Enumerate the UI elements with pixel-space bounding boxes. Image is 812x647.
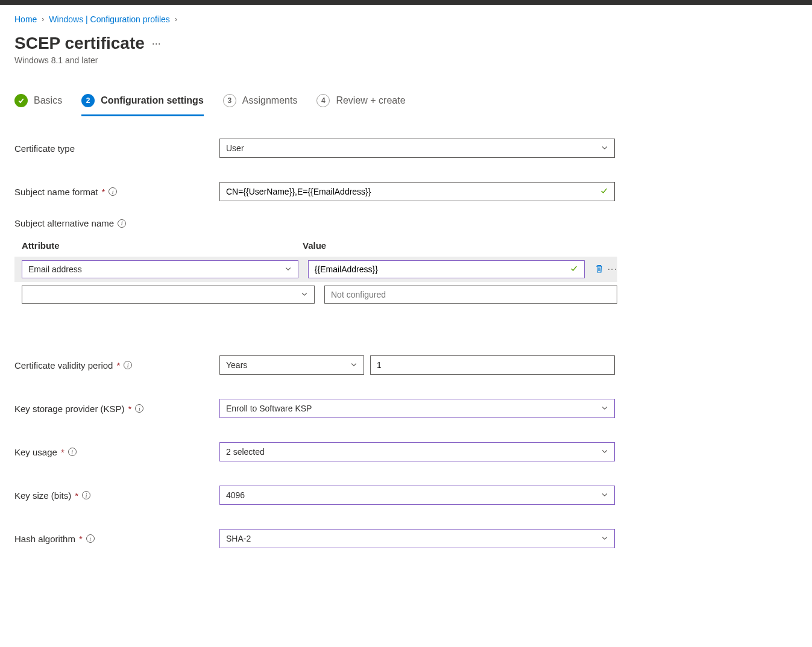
step-label: Configuration settings (101, 95, 204, 106)
required-indicator: * (101, 187, 105, 197)
required-indicator: * (75, 490, 78, 501)
page-title: SCEP certificate (14, 34, 145, 53)
select-value: SHA-2 (226, 534, 251, 543)
san-value-input[interactable] (315, 264, 578, 274)
select-value: Email address (28, 264, 82, 274)
chevron-down-icon (601, 404, 608, 413)
select-value: Enroll to Software KSP (226, 404, 312, 413)
wizard-stepper: Basics 2 Configuration settings 3 Assign… (14, 94, 798, 117)
validity-value-input-wrap (370, 355, 615, 375)
window-top-bar (0, 0, 812, 5)
info-icon[interactable]: i (68, 448, 77, 456)
chevron-down-icon (601, 447, 608, 457)
san-label: Subject alternative name (14, 218, 114, 228)
select-value: 2 selected (226, 447, 265, 457)
chevron-down-icon (301, 290, 308, 299)
san-attribute-select[interactable]: Email address (22, 260, 298, 278)
san-header-attribute: Attribute (22, 240, 293, 251)
row-more-icon[interactable]: ··· (608, 264, 617, 275)
san-row-empty (14, 282, 617, 307)
san-header-value: Value (303, 240, 617, 251)
step-label: Review + create (336, 95, 405, 106)
ksp-label: Key storage provider (KSP) (14, 404, 125, 414)
required-indicator: * (79, 534, 83, 544)
step-label: Assignments (242, 95, 298, 106)
step-basics[interactable]: Basics (14, 94, 62, 116)
breadcrumb-windows[interactable]: Windows | Configuration profiles (49, 14, 170, 24)
info-icon[interactable]: i (109, 187, 117, 196)
check-icon (570, 264, 578, 275)
info-icon[interactable]: i (124, 361, 132, 369)
validity-period-label: Certificate validity period (14, 360, 113, 370)
step-configuration-settings[interactable]: 2 Configuration settings (81, 94, 204, 116)
subject-name-format-input-wrap (219, 182, 615, 201)
san-value-input-empty[interactable] (331, 290, 611, 299)
san-value-input-wrap (308, 260, 585, 278)
step-number-icon: 2 (81, 94, 95, 107)
key-usage-label: Key usage (14, 447, 57, 457)
select-value: 4096 (226, 490, 245, 500)
step-label: Basics (34, 95, 62, 106)
chevron-right-icon: › (42, 15, 44, 23)
select-value: Years (226, 360, 247, 370)
validity-unit-select[interactable]: Years (219, 355, 364, 375)
select-value: User (226, 143, 244, 153)
breadcrumb: Home › Windows | Configuration profiles … (14, 14, 798, 24)
required-indicator: * (128, 404, 132, 414)
more-actions-icon[interactable]: ··· (152, 37, 161, 50)
check-icon (600, 187, 608, 197)
hash-algorithm-select[interactable]: SHA-2 (219, 529, 615, 548)
check-icon (14, 94, 28, 107)
certificate-type-label: Certificate type (14, 143, 219, 154)
info-icon[interactable]: i (135, 404, 143, 413)
subject-name-format-label: Subject name format (14, 187, 98, 197)
san-value-input-empty-wrap (324, 286, 617, 304)
step-review-create[interactable]: 4 Review + create (316, 94, 405, 116)
chevron-down-icon (601, 143, 608, 153)
info-icon[interactable]: i (86, 534, 95, 543)
key-size-label: Key size (bits) (14, 490, 71, 501)
key-size-select[interactable]: 4096 (219, 486, 615, 505)
hash-algorithm-label: Hash algorithm (14, 534, 75, 544)
san-table: Attribute Value Email address (22, 240, 617, 307)
step-number-icon: 3 (223, 94, 236, 107)
breadcrumb-home[interactable]: Home (14, 14, 37, 24)
subject-name-format-input[interactable] (226, 187, 608, 196)
chevron-down-icon (601, 490, 608, 500)
page-subtitle: Windows 8.1 and later (14, 55, 798, 65)
chevron-down-icon (601, 534, 608, 543)
step-assignments[interactable]: 3 Assignments (223, 94, 298, 116)
certificate-type-select[interactable]: User (219, 139, 615, 158)
required-indicator: * (116, 360, 120, 370)
chevron-right-icon: › (175, 15, 177, 23)
info-icon[interactable]: i (118, 219, 126, 228)
info-icon[interactable]: i (82, 491, 90, 499)
ksp-select[interactable]: Enroll to Software KSP (219, 399, 615, 418)
step-number-icon: 4 (316, 94, 330, 107)
chevron-down-icon (350, 360, 357, 370)
validity-value-input[interactable] (377, 360, 608, 370)
chevron-down-icon (285, 264, 292, 274)
key-usage-select[interactable]: 2 selected (219, 442, 615, 461)
san-row: Email address (14, 257, 617, 282)
san-attribute-select-empty[interactable] (22, 286, 315, 304)
required-indicator: * (61, 447, 65, 457)
delete-icon[interactable] (594, 264, 604, 275)
